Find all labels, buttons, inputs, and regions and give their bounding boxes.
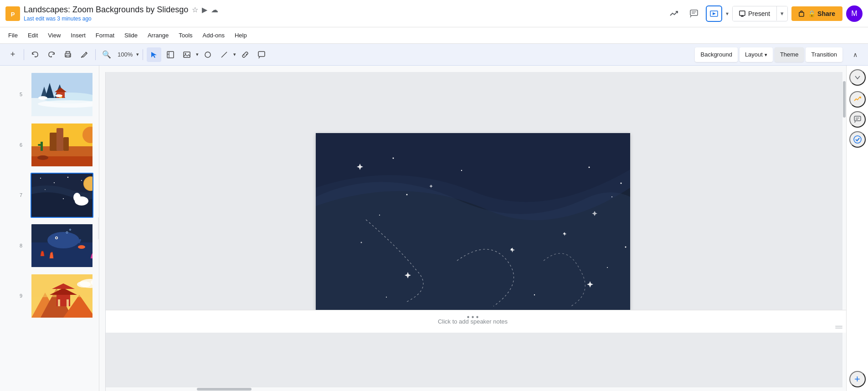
slide-6-wrapper: 6: [0, 120, 99, 170]
menu-format[interactable]: Format: [91, 30, 119, 41]
zoom-out-btn[interactable]: 🔍: [99, 47, 114, 62]
transition-btn[interactable]: Transition: [806, 47, 842, 62]
horizontal-scrollbar[interactable]: [106, 387, 842, 391]
paint-btn[interactable]: [77, 47, 92, 62]
menu-view[interactable]: View: [43, 30, 65, 41]
check-icon-btn[interactable]: [849, 131, 866, 148]
slideshow-dropdown[interactable]: ▾: [726, 10, 729, 17]
svg-point-90: [611, 196, 612, 197]
zoom-value[interactable]: 100%: [116, 51, 134, 58]
svg-point-117: [534, 294, 534, 295]
svg-rect-40: [56, 128, 63, 151]
folder-icon[interactable]: ▶: [202, 5, 207, 14]
slide-6-thumb[interactable]: [31, 123, 93, 168]
last-edit-link[interactable]: Last edit was 3 minutes ago: [24, 15, 662, 22]
image-btn[interactable]: [180, 47, 194, 62]
ruler-top: // Just decorative ruler lines rendered …: [99, 66, 846, 72]
svg-point-88: [607, 267, 608, 268]
notes-expand-dots[interactable]: • • •: [467, 313, 479, 321]
user-avatar[interactable]: M: [846, 5, 863, 22]
theme-btn[interactable]: Theme: [775, 47, 804, 62]
comments-icon-btn[interactable]: [686, 5, 702, 22]
trending-icon-btn[interactable]: [666, 5, 682, 22]
svg-point-34: [55, 94, 62, 97]
zoom-arrow[interactable]: ▾: [136, 51, 139, 57]
collapse-sidebar-btn[interactable]: [849, 69, 866, 86]
slide-9-thumb[interactable]: [31, 273, 93, 319]
svg-rect-122: [854, 116, 861, 121]
menu-help[interactable]: Help: [230, 30, 252, 41]
svg-point-62: [56, 237, 57, 238]
svg-point-83: [461, 170, 462, 171]
slide-5-num: 5: [14, 92, 22, 97]
slide-7-thumb[interactable]: [31, 173, 93, 218]
doc-title-area: Landscapes: Zoom Backgrounds by Slidesgo…: [24, 5, 662, 22]
right-sidebar: +: [846, 66, 868, 391]
notes-area[interactable]: • • • Click to add speaker notes: [99, 310, 846, 333]
slide-8-thumb[interactable]: ✦: [31, 223, 93, 268]
notes-resize-handle[interactable]: [835, 324, 842, 331]
slide-7-num: 7: [14, 192, 22, 198]
text-btn[interactable]: [163, 47, 178, 62]
present-main-btn[interactable]: Present: [733, 6, 776, 21]
redo-btn[interactable]: [44, 47, 59, 62]
svg-rect-22: [258, 51, 265, 57]
menu-addons[interactable]: Add-ons: [198, 30, 229, 41]
svg-point-13: [70, 54, 71, 55]
svg-rect-80: [99, 66, 846, 72]
slideshow-icon-btn[interactable]: [706, 5, 722, 22]
print-btn[interactable]: [61, 47, 75, 62]
menu-file[interactable]: File: [4, 30, 22, 41]
explore-icon-btn[interactable]: [849, 91, 866, 108]
comment-sidebar-btn[interactable]: [849, 111, 866, 128]
svg-point-125: [854, 136, 861, 143]
shape-btn[interactable]: [200, 47, 215, 62]
line-arrow[interactable]: ▾: [233, 51, 236, 57]
toolbar-divider-1: [24, 49, 24, 60]
svg-rect-79: [67, 299, 69, 306]
add-btn[interactable]: +: [5, 47, 20, 62]
star-icon[interactable]: ☆: [192, 5, 198, 14]
cloud-icon[interactable]: ☁: [211, 5, 218, 14]
slide-canvas[interactable]: [316, 133, 630, 310]
image-arrow[interactable]: ▾: [196, 51, 199, 57]
comment-btn[interactable]: [254, 47, 269, 62]
menu-edit[interactable]: Edit: [23, 30, 42, 41]
svg-rect-12: [66, 55, 70, 57]
toolbar: + 🔍 100% ▾ ▾ ▾ Background Layout▾: [0, 44, 868, 66]
menu-slide[interactable]: Slide: [120, 30, 142, 41]
present-dropdown-btn[interactable]: ▾: [776, 6, 787, 21]
svg-point-19: [185, 53, 186, 54]
layout-btn[interactable]: Layout▾: [740, 47, 773, 62]
svg-rect-43: [38, 144, 41, 146]
svg-point-47: [40, 178, 41, 179]
background-btn[interactable]: Background: [695, 47, 737, 62]
add-sidebar-btn[interactable]: +: [849, 371, 866, 387]
slide-5-thumb[interactable]: [31, 72, 93, 117]
toolbar-divider-3: [143, 49, 143, 60]
menu-insert[interactable]: Insert: [66, 30, 90, 41]
slide-5-wrapper: 5: [0, 69, 99, 120]
line-btn[interactable]: [217, 47, 231, 62]
collapse-toolbar-btn[interactable]: ∧: [848, 47, 863, 62]
share-button[interactable]: 🔒 Share: [791, 6, 842, 21]
svg-point-66: [78, 245, 85, 249]
present-button[interactable]: Present ▾: [732, 6, 788, 21]
cursor-btn[interactable]: [147, 47, 161, 62]
vertical-scroll-thumb[interactable]: [843, 81, 846, 118]
svg-point-82: [392, 158, 394, 159]
menu-arrange[interactable]: Arrange: [143, 30, 173, 41]
horizontal-scroll-thumb[interactable]: [197, 388, 252, 391]
doc-title: Landscapes: Zoom Backgrounds by Slidesgo: [24, 5, 188, 15]
menu-tools[interactable]: Tools: [174, 30, 197, 41]
link-btn[interactable]: [238, 47, 252, 62]
slide-panel: 5: [0, 66, 99, 391]
vertical-scrollbar[interactable]: [842, 72, 846, 391]
svg-rect-7: [740, 11, 745, 15]
toolbar-divider-2: [95, 49, 96, 60]
ruler-left: [99, 72, 106, 391]
undo-btn[interactable]: [28, 47, 42, 62]
header-right: ▾ Present ▾ 🔒 Share M: [666, 5, 863, 22]
app-icon: P: [5, 6, 20, 21]
svg-point-91: [620, 183, 621, 184]
